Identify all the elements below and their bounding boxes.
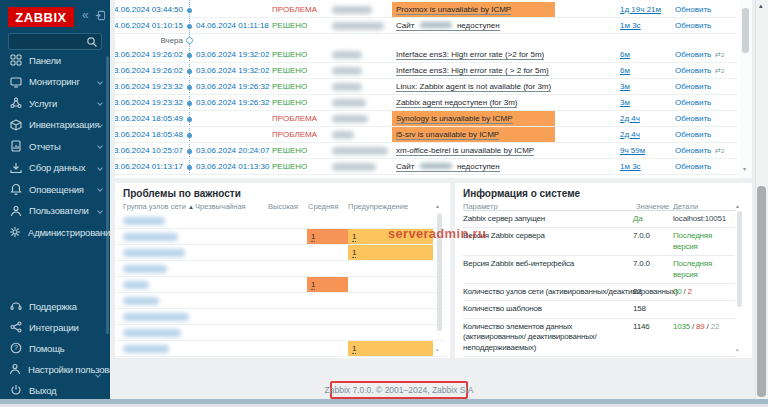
problem-start-time[interactable]: 03.06.2024 19:23:32	[115, 95, 183, 110]
host-name-redacted[interactable]	[332, 147, 388, 155]
problem-recovery-time[interactable]: 03.06.2024 19:32:02	[196, 63, 269, 78]
problem-start-time[interactable]: 03.06.2024 18:05:49	[115, 111, 183, 126]
host-group-redacted[interactable]	[123, 249, 185, 257]
problem-start-time[interactable]: 03.06.2024 18:05:48	[115, 127, 183, 142]
host-name-redacted[interactable]	[332, 99, 366, 107]
severity-scroll-up-icon[interactable]: ▴	[436, 203, 439, 209]
sidebar-hide-icon[interactable]	[95, 10, 106, 24]
update-link[interactable]: Обновить	[675, 18, 711, 33]
host-name-redacted[interactable]	[332, 163, 376, 171]
problem-name-link[interactable]: Linux: Zabbix agent is not available (fo…	[396, 82, 551, 92]
problem-duration[interactable]: 2д 4ч	[620, 111, 640, 126]
warning-count-link[interactable]: 1	[352, 232, 356, 242]
problem-duration[interactable]: 3м	[620, 95, 630, 110]
severity-scroll-down-icon[interactable]: ▪	[436, 347, 438, 353]
problem-start-time[interactable]: 04.06.2024 01:10:15	[115, 18, 183, 33]
host-name-redacted[interactable]	[332, 131, 354, 139]
scroll-up-icon[interactable]: ▴	[759, 2, 763, 10]
sysinfo-scroll-down-icon[interactable]: ▪	[736, 347, 738, 353]
problem-start-time[interactable]: 03.06.2024 10:25:07	[115, 143, 183, 158]
sidebar-item-integrations[interactable]: Интеграции	[0, 317, 110, 337]
problem-duration[interactable]: 1д 19ч 21м	[620, 2, 661, 17]
update-link[interactable]: Обновить	[675, 159, 711, 174]
problem-recovery-time[interactable]: 03.06.2024 01:13:30	[196, 159, 269, 174]
host-group-redacted[interactable]	[123, 297, 159, 305]
sidebar-item-administration[interactable]: Администрирование	[0, 222, 110, 242]
problem-duration[interactable]: 1м 3с	[620, 18, 641, 33]
sidebar-item-user-settings[interactable]: Настройки пользователя	[0, 359, 110, 379]
average-count-link[interactable]: 1	[311, 232, 315, 242]
sidebar-item-reports[interactable]: Отчеты	[0, 136, 110, 156]
problem-start-time[interactable]: 03.06.2024 01:13:17	[115, 159, 183, 174]
host-group-redacted[interactable]	[123, 281, 149, 289]
host-group-redacted[interactable]	[123, 345, 169, 353]
update-link[interactable]: Обновить	[675, 2, 711, 17]
problem-name-link[interactable]: xm-office-beirel is unavailable by ICMP	[396, 146, 534, 156]
update-link[interactable]: Обновить	[675, 63, 711, 78]
sidebar-item-monitoring[interactable]: Мониторинг	[0, 72, 110, 92]
sidebar-item-signout[interactable]: Выход	[0, 380, 110, 399]
problem-duration[interactable]: 9ч 59м	[620, 143, 645, 158]
sidebar-item-help[interactable]: ?Помощь	[0, 338, 110, 358]
problem-name-link[interactable]: Сайт недоступен	[396, 21, 500, 31]
sidebar-item-data-collection[interactable]: Сбор данных	[0, 158, 110, 178]
problem-duration[interactable]: 1м 3с	[620, 159, 641, 174]
actions-count[interactable]: ⇄2	[715, 143, 724, 158]
update-link[interactable]: Обновить	[675, 127, 711, 142]
sysinfo-scroll-up-icon[interactable]: ▴	[736, 203, 739, 209]
update-link[interactable]: Обновить	[675, 79, 711, 94]
problem-recovery-time[interactable]: 03.06.2024 19:32:02	[196, 47, 269, 62]
sidebar-item-services[interactable]: Услуги	[0, 93, 110, 113]
warning-count-link[interactable]: 1	[352, 248, 356, 258]
sidebar-item-dashboards[interactable]: Панели	[0, 50, 110, 70]
problem-name-link[interactable]: Interface ens3: High error rate ( > 2 fo…	[396, 66, 549, 76]
search-input[interactable]	[8, 33, 102, 50]
problem-recovery-time[interactable]: 03.06.2024 19:26:32	[196, 95, 269, 110]
sidebar-item-inventory[interactable]: Инвентаризация	[0, 115, 110, 135]
problem-recovery-time[interactable]: 03.06.2024 20:24:07	[196, 143, 269, 158]
problem-start-time[interactable]: 03.06.2024 19:23:32	[115, 79, 183, 94]
problem-name-link[interactable]: Synology is unavailable by ICMP	[396, 114, 513, 124]
host-name-redacted[interactable]	[332, 22, 384, 30]
host-group-redacted[interactable]	[123, 217, 165, 225]
sidebar-item-users[interactable]: Пользователи	[0, 201, 110, 221]
average-count-link[interactable]: 1	[311, 280, 315, 290]
host-group-redacted[interactable]	[123, 233, 178, 241]
warning-count-link[interactable]: 1	[352, 344, 356, 354]
problem-name-link[interactable]: i5-srv is unavailable by ICMP	[396, 130, 499, 140]
problem-recovery-time[interactable]: 03.06.2024 19:26:32	[196, 79, 269, 94]
footer-version-link[interactable]: Zabbix 7.0.0. © 2001–2024, Zabbix SIA	[325, 385, 474, 395]
problem-name-link[interactable]: Сайт недоступен	[396, 162, 500, 172]
host-name-redacted[interactable]	[332, 115, 368, 123]
problem-duration[interactable]: 2д 4ч	[620, 127, 640, 142]
update-link[interactable]: Обновить	[675, 111, 711, 126]
sidebar-collapse-icon[interactable]: «	[82, 8, 89, 22]
page-scrollbar-thumb[interactable]	[757, 186, 766, 397]
host-name-redacted[interactable]	[332, 51, 362, 59]
problem-name-link[interactable]: Zabbix agent недоступен (for 3m)	[396, 98, 517, 108]
problem-duration[interactable]: 6м	[620, 47, 630, 62]
problem-start-time[interactable]: 04.06.2024 03:44:50	[115, 2, 183, 17]
host-name-redacted[interactable]	[332, 83, 362, 91]
host-group-redacted[interactable]	[123, 329, 181, 337]
sidebar-item-alerts[interactable]: Оповещения	[0, 179, 110, 199]
actions-count[interactable]: ⇄2	[715, 47, 724, 62]
problem-start-time[interactable]: 03.06.2024 19:26:02	[115, 63, 183, 78]
sidebar-scrollbar[interactable]	[106, 56, 109, 334]
host-name-redacted[interactable]	[332, 67, 362, 75]
host-group-redacted[interactable]	[123, 265, 167, 273]
actions-count[interactable]: ⇄2	[715, 63, 724, 78]
column-header-hostgroup[interactable]: Группа узлов сети ▲	[123, 202, 194, 211]
sidebar-item-support[interactable]: Поддержка	[0, 296, 110, 316]
zabbix-logo[interactable]: ZABBIX	[8, 7, 74, 27]
problem-recovery-time[interactable]: 04.06.2024 01:11:18	[196, 18, 269, 33]
host-name-redacted[interactable]	[332, 6, 372, 14]
problems-widget-scrollbar[interactable]: ▾	[740, 0, 752, 178]
update-link[interactable]: Обновить	[675, 47, 711, 62]
problem-name-link[interactable]: Proxmox is unavailable by ICMP	[396, 5, 511, 15]
problem-start-time[interactable]: 03.06.2024 19:26:02	[115, 47, 183, 62]
update-link[interactable]: Обновить	[675, 95, 711, 110]
problem-name-link[interactable]: Interface ens3: High error rate (>2 for …	[396, 50, 544, 60]
sysinfo-widget-scrollbar[interactable]	[737, 211, 742, 307]
problem-duration[interactable]: 3м	[620, 79, 630, 94]
